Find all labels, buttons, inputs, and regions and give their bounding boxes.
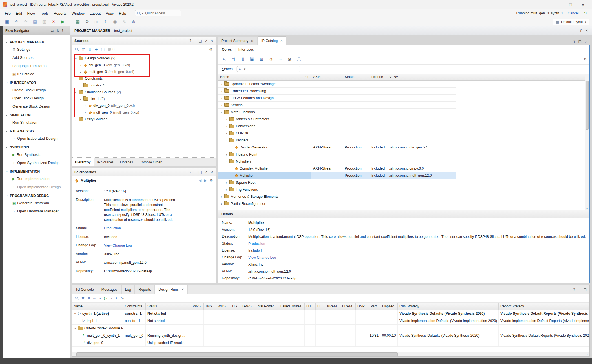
- column-header-wns[interactable]: WNS: [191, 303, 204, 310]
- chevron-down-icon[interactable]: [220, 111, 224, 114]
- percent-icon[interactable]: %: [121, 296, 124, 300]
- chevron-right-icon[interactable]: [79, 63, 82, 67]
- tab-ip-catalog[interactable]: IP Catalog×: [258, 36, 286, 45]
- quick-access-input[interactable]: [145, 11, 179, 15]
- close-button[interactable]: ×: [577, 0, 589, 9]
- tab-tcl-console[interactable]: Tcl Console: [72, 285, 98, 294]
- maximize-icon[interactable]: □: [199, 170, 202, 174]
- collapse-all-icon[interactable]: ⇈: [81, 296, 85, 300]
- maximize-button[interactable]: □: [564, 0, 577, 9]
- flownav-item-create-block-design[interactable]: Create Block Design: [3, 86, 70, 94]
- run-button[interactable]: ▶: [59, 18, 67, 26]
- tab-messages[interactable]: Messages: [98, 285, 122, 294]
- menu-view[interactable]: View: [103, 10, 116, 17]
- column-header-license[interactable]: License: [369, 74, 387, 80]
- column-header-name[interactable]: Name^ 1: [218, 74, 311, 80]
- column-header-name[interactable]: Name: [72, 303, 123, 310]
- chevron-right-icon[interactable]: [220, 89, 223, 93]
- details-field-value-change-log[interactable]: View Change Log: [248, 255, 586, 259]
- catalog-row-math-functions[interactable]: Math Functions: [218, 109, 456, 116]
- design-runs-button[interactable]: ▦: [74, 18, 82, 26]
- minimize-icon[interactable]: –: [578, 288, 580, 291]
- catalog-row-fpga-features-and-design[interactable]: FPGA Features and Design: [218, 95, 456, 102]
- menu-tools[interactable]: Tools: [37, 10, 51, 17]
- collapse-all-button[interactable]: ⇈: [230, 56, 237, 63]
- column-header-axi4[interactable]: AXI4: [311, 74, 343, 80]
- catalog-row-embedded-processing[interactable]: Embedded Processing: [218, 88, 456, 95]
- float-icon[interactable]: ↗: [205, 39, 207, 43]
- column-header-whs[interactable]: WHS: [216, 303, 228, 310]
- catalog-row-floating-point[interactable]: Floating Point: [218, 151, 456, 158]
- menu-window[interactable]: Window: [69, 10, 87, 17]
- design-run-row-mult-gen-0-synth-1[interactable]: ↻mult_gen_0_synth_1mult_gen_0Running syn…: [72, 332, 589, 339]
- chevron-down-icon[interactable]: [74, 91, 78, 94]
- flownav-item-run-implementation[interactable]: ▶Run Implementation: [3, 175, 70, 183]
- create-runs-icon[interactable]: +: [115, 296, 118, 300]
- close-icon[interactable]: ×: [210, 39, 213, 43]
- menu-help[interactable]: Help: [116, 10, 129, 17]
- column-header-constraints[interactable]: Constraints: [123, 303, 146, 310]
- scroll-left-icon[interactable]: ‹: [72, 353, 76, 356]
- tab-design-runs[interactable]: Design Runs×: [155, 285, 188, 294]
- chevron-right-icon[interactable]: [84, 110, 87, 115]
- close-tab-icon[interactable]: ×: [251, 39, 253, 43]
- details-field-value-status[interactable]: Production: [248, 241, 586, 246]
- source-tree-item-constrs-1[interactable]: constrs_1: [72, 82, 216, 89]
- collapse-all-icon[interactable]: ⇈: [82, 47, 85, 51]
- layout-selector[interactable]: ▦ Default Layout: [553, 19, 589, 25]
- menu-flow[interactable]: Flow: [25, 10, 37, 17]
- scroll-down-icon[interactable]: ▾▾: [585, 206, 589, 210]
- sources-panel-header[interactable]: Sources ?–□↗×: [72, 37, 216, 45]
- flownav-item-generate-block-design[interactable]: Generate Block Design: [3, 102, 70, 110]
- close-icon[interactable]: ×: [210, 170, 213, 174]
- group-view-button[interactable]: ⊞: [258, 56, 265, 63]
- flownav-item-language-templates[interactable]: Language Templates: [3, 62, 70, 70]
- help-icon[interactable]: ?: [573, 288, 575, 291]
- flownav-item-ip-catalog[interactable]: ▦IP Catalog: [3, 70, 70, 78]
- catalog-row-dynamic-function-exchange[interactable]: Dynamic Function eXchange: [218, 81, 456, 88]
- elaborate-button[interactable]: ▷: [92, 18, 101, 26]
- flownav-item-open-hardware-manager[interactable]: Open Hardware Manager: [3, 207, 70, 215]
- forward-icon[interactable]: ▶: [204, 179, 207, 183]
- column-header-bram[interactable]: BRAM: [325, 303, 340, 310]
- chevron-right-icon[interactable]: [220, 195, 223, 199]
- source-tree-item-div-gen-0[interactable]: div_gen_0 (div_gen_0.xci): [72, 102, 216, 109]
- design-run-row-div-gen-0[interactable]: ✓div_gen_0Using cached IP results: [72, 339, 589, 347]
- ip-properties-header[interactable]: IP Properties ?–□↗×: [72, 168, 216, 176]
- flownav-section-header-program-and-debug[interactable]: PROGRAM AND DEBUG: [3, 191, 70, 199]
- source-tree-item-design-sources[interactable]: Design Sources (2): [72, 55, 216, 62]
- column-header-ff[interactable]: FF: [316, 303, 325, 310]
- catalog-row-memories-storage-elements[interactable]: Memories & Storage Elements: [218, 193, 456, 200]
- menu-edit[interactable]: Edit: [13, 10, 25, 17]
- launch-runs-icon[interactable]: ▷: [104, 296, 107, 300]
- probe-button[interactable]: ⊕: [129, 18, 138, 26]
- column-header-ths[interactable]: THS: [228, 303, 240, 310]
- help-icon[interactable]: ?: [189, 39, 191, 43]
- catalog-row-trig-functions[interactable]: Trig Functions: [218, 186, 456, 193]
- minimize-icon[interactable]: –: [194, 39, 196, 43]
- flownav-section-header-project-manager[interactable]: PROJECT MANAGER: [3, 37, 70, 45]
- flownav-section-header-ip-integrator[interactable]: IP INTEGRATOR: [3, 78, 70, 86]
- edit-button[interactable]: ✎: [120, 18, 129, 26]
- settings-icon[interactable]: ⚙: [209, 47, 213, 51]
- search-button[interactable]: [221, 56, 228, 63]
- minimize-icon[interactable]: –: [66, 29, 68, 32]
- scrollbar-thumb[interactable]: [76, 352, 398, 356]
- dock-icon[interactable]: ⇄: [51, 29, 54, 32]
- column-header-elapsed[interactable]: Elapsed: [380, 303, 398, 310]
- chevron-down-icon[interactable]: [73, 312, 78, 315]
- source-tree-item-utility-sources[interactable]: Utility Sources: [72, 116, 216, 123]
- flownav-item-open-elaborated-design[interactable]: Open Elaborated Design: [3, 134, 70, 143]
- tab-project-summary[interactable]: Project Summary×: [218, 37, 257, 45]
- chevron-down-icon[interactable]: [225, 160, 229, 163]
- design-run-row-synth-1-active[interactable]: ▷synth_1 (active)constrs_1Not startedViv…: [72, 310, 589, 317]
- flownav-item-add-sources[interactable]: Add Sources: [3, 54, 70, 62]
- flownav-section-header-implementation[interactable]: IMPLEMENTATION: [3, 167, 70, 175]
- maximize-icon[interactable]: □: [578, 40, 582, 43]
- chevron-right-icon[interactable]: [225, 124, 228, 128]
- source-tree-item-constraints[interactable]: Constraints: [72, 75, 216, 82]
- clipboard-button[interactable]: ▥: [40, 18, 48, 26]
- sources-tab-hierarchy[interactable]: Hierarchy: [72, 158, 94, 166]
- help-icon[interactable]: ?: [62, 29, 63, 32]
- catalog-row-kernels[interactable]: Kernels: [218, 102, 456, 109]
